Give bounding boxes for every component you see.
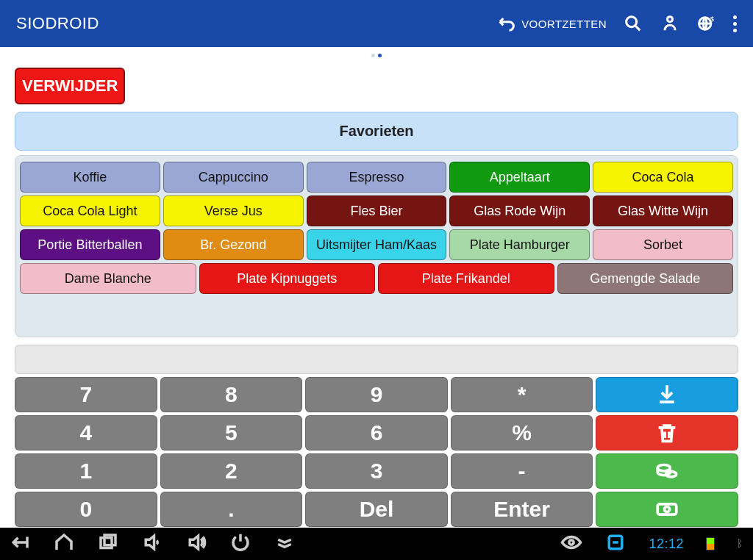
keypad-save-button[interactable] [596,377,738,412]
product-sorbet[interactable]: Sorbet [593,229,733,260]
currency-button[interactable]: $ [696,13,717,34]
keypad-3[interactable]: 3 [305,453,448,489]
user-icon [660,13,680,34]
favorites-header[interactable]: Favorieten [15,112,738,151]
svg-point-0 [627,17,637,27]
nav-recent-button[interactable] [97,531,119,556]
product-coca-cola[interactable]: Coca Cola [593,162,733,193]
keypad-del[interactable]: Del [305,492,448,527]
globe-currency-icon: $ [696,13,717,34]
undo-arrow-icon [496,13,517,34]
back-icon [9,531,31,553]
product-verse-jus[interactable]: Verse Jus [163,195,304,226]
continue-label: VOORTZETTEN [521,18,607,30]
keypad-1[interactable]: 1 [15,453,157,489]
product-cappuccino[interactable]: Cappuccino [163,162,304,193]
product-coca-cola-light[interactable]: Coca Cola Light [20,195,160,226]
product-espresso[interactable]: Espresso [307,162,447,193]
keypad-trash-button[interactable] [596,415,738,450]
cash-icon [654,497,679,522]
user-button[interactable] [660,13,680,34]
product-plate-kipnuggets[interactable]: Plate Kipnuggets [199,263,376,294]
nav-power-button[interactable] [229,531,251,556]
nav-volume-up-button[interactable] [185,531,207,556]
nav-volume-down-button[interactable] [141,531,163,556]
volume-high-icon [185,531,207,553]
product-fles-bier[interactable]: Fles Bier [307,195,447,226]
svg-point-10 [569,540,574,545]
status-bluetooth-icon: ᛒ [737,537,744,550]
power-icon [229,531,251,553]
keypad-percent[interactable]: % [451,415,593,450]
keypad-cash-button[interactable] [596,492,738,527]
volume-low-icon [141,531,163,553]
keypad-7[interactable]: 7 [15,377,157,412]
svg-point-4 [657,465,670,472]
app-title: SIODROID [16,14,99,33]
product-glas-witte-wijn[interactable]: Glas Witte Wijn [593,195,733,226]
recent-apps-icon [97,531,119,553]
product-panel: KoffieCappuccinoEspressoAppeltaartCoca C… [15,155,738,337]
home-icon [53,531,75,553]
nav-back-button[interactable] [9,531,31,556]
trash-icon [654,420,679,445]
download-icon [654,382,679,407]
keypad: 7 8 9 * 4 5 6 % 1 2 3 - 0 [7,377,746,527]
android-navbar: 12:12 ᛒ [0,528,753,560]
keypad-2[interactable]: 2 [160,453,303,489]
product-gemengde-salade[interactable]: Gemengde Salade [557,263,734,294]
product-plate-frikandel[interactable]: Plate Frikandel [378,263,554,294]
product-dame-blanche[interactable]: Dame Blanche [20,263,196,294]
keypad-star[interactable]: * [451,377,593,412]
page-indicator [0,49,753,62]
keypad-8[interactable]: 8 [160,377,303,412]
keypad-6[interactable]: 6 [305,415,448,450]
delete-button[interactable]: VERWIJDER [15,68,125,104]
svg-point-7 [665,506,670,511]
more-vert-icon [733,15,737,32]
keypad-enter[interactable]: Enter [451,492,593,527]
status-app-icon [604,531,627,556]
coins-icon [654,459,679,484]
status-battery-icon [706,537,715,550]
svg-text:$: $ [710,15,715,23]
product-glas-rode-wijn[interactable]: Glas Rode Wijn [449,195,590,226]
product-plate-hamburger[interactable]: Plate Hamburger [449,229,590,260]
product-portie-bitterballen[interactable]: Portie Bitterballen [20,229,160,260]
continue-button[interactable]: VOORTZETTEN [496,13,607,34]
keypad-dot[interactable]: . [160,492,303,527]
app-bar: SIODROID VOORTZETTEN $ [0,0,753,47]
product-koffie[interactable]: Koffie [20,162,160,193]
product-uitsmijter-ham-kaas[interactable]: Uitsmijter Ham/Kaas [307,229,447,260]
svg-point-1 [668,17,673,22]
nav-home-button[interactable] [53,531,75,556]
keypad-0[interactable]: 0 [15,492,157,527]
square-icon [604,531,627,553]
nav-drawer-button[interactable] [274,531,296,556]
input-display[interactable] [15,345,738,374]
product-br-gezond[interactable]: Br. Gezond [163,229,304,260]
eye-icon [560,531,582,553]
keypad-5[interactable]: 5 [160,415,303,450]
keypad-minus[interactable]: - [451,453,593,489]
overflow-menu-button[interactable] [733,15,737,32]
keypad-4[interactable]: 4 [15,415,157,450]
search-button[interactable] [623,13,643,34]
keypad-coins-button[interactable] [596,453,738,489]
status-eye-icon [560,531,582,556]
keypad-9[interactable]: 9 [305,377,448,412]
search-icon [623,13,643,34]
status-clock: 12:12 [649,536,684,552]
product-appeltaart[interactable]: Appeltaart [449,162,590,193]
chevron-stack-icon [274,531,296,553]
